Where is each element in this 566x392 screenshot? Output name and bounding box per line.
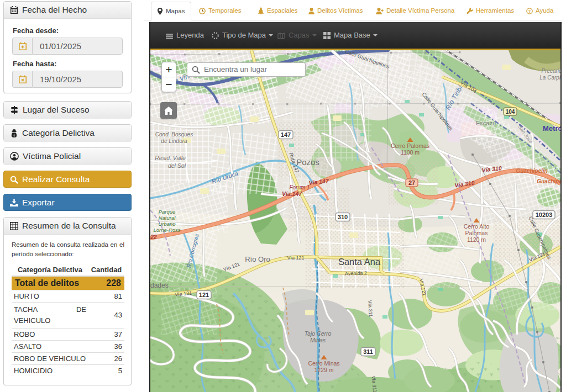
svg-text:22: 22	[150, 234, 157, 240]
svg-text:Guachipe: Guachipe	[537, 178, 560, 184]
svg-text:La Carpio: La Carpio	[539, 75, 560, 81]
svg-text:Avenida 2: Avenida 2	[345, 270, 367, 276]
svg-text:Palomas: Palomas	[465, 230, 488, 236]
svg-text:Pozos: Pozos	[296, 157, 319, 167]
svg-text:27: 27	[408, 179, 415, 186]
svg-text:de Lindora: de Lindora	[161, 138, 187, 144]
svg-text:10203: 10203	[536, 211, 553, 218]
svg-text:147: 147	[281, 131, 291, 138]
svg-text:Cerro Alto: Cerro Alto	[464, 223, 490, 230]
svg-text:1229 m: 1229 m	[314, 367, 333, 373]
svg-text:311: 311	[363, 348, 373, 355]
svg-text:Guachipelín: Guachipelín	[516, 168, 547, 174]
svg-text:Minas: Minas	[310, 337, 326, 343]
svg-text:Tajo Cerro: Tajo Cerro	[305, 330, 332, 337]
svg-text:Escazú: Escazú	[476, 120, 496, 126]
svg-text:Precario: Precario	[541, 68, 560, 74]
svg-text:Vía.147: Vía.147	[282, 190, 302, 197]
svg-text:Parque: Parque	[159, 209, 176, 215]
svg-text:Vía 311: Vía 311	[367, 300, 374, 317]
svg-text:Cerro Palomas: Cerro Palomas	[391, 142, 429, 149]
svg-text:Río Oro: Río Oro	[245, 255, 270, 263]
svg-text:104: 104	[506, 109, 515, 115]
svg-text:Cond. Bosques: Cond. Bosques	[155, 131, 193, 137]
svg-text:Metrópo: Metrópo	[543, 124, 560, 133]
svg-text:Santa Ana: Santa Ana	[338, 257, 381, 267]
svg-text:Natural: Natural	[159, 215, 176, 221]
svg-text:?: ?	[528, 9, 531, 14]
svg-text:Lorne-Ross: Lorne-Ross	[153, 227, 180, 233]
svg-text:Cerro Minas: Cerro Minas	[308, 360, 339, 367]
svg-text:310: 310	[338, 214, 348, 220]
svg-text:121: 121	[199, 292, 209, 298]
svg-text:1120 m: 1120 m	[467, 236, 486, 243]
svg-text:1100 m: 1100 m	[401, 149, 420, 156]
svg-text:Resid. Valle: Resid. Valle	[155, 155, 186, 161]
svg-text:Forum 1: Forum 1	[289, 184, 310, 190]
svg-text:dades: dades	[150, 282, 169, 289]
svg-text:Vía 121: Vía 121	[287, 255, 304, 261]
svg-text:del Sol: del Sol	[168, 162, 186, 169]
svg-text:Urbano: Urbano	[158, 221, 175, 227]
